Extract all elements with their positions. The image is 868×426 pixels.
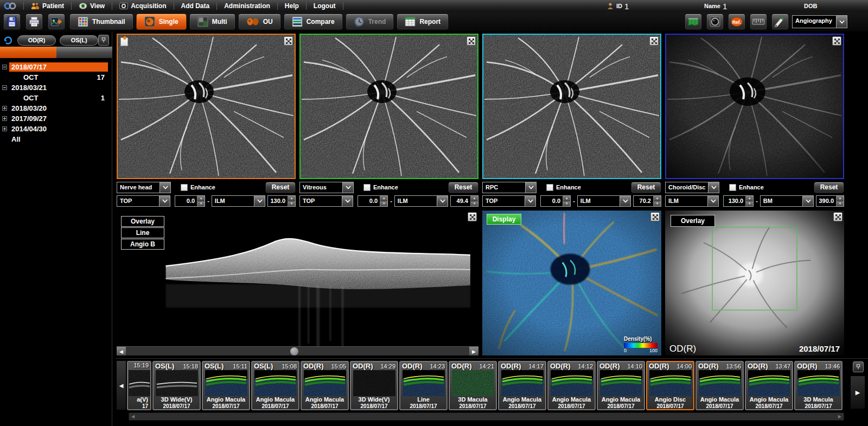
segment-select[interactable]: Vitreous xyxy=(299,182,354,193)
pin-button[interactable] xyxy=(853,361,864,372)
chevron-down-icon[interactable] xyxy=(437,196,448,206)
spin-up-icon[interactable]: ▲ xyxy=(837,196,844,201)
spin-up-icon[interactable]: ▲ xyxy=(288,196,295,201)
save-button[interactable] xyxy=(3,14,21,30)
chevron-down-icon[interactable] xyxy=(836,16,847,28)
view-button-ou[interactable]: OU xyxy=(238,14,281,30)
view-button-single[interactable]: Single xyxy=(136,14,187,30)
from-layer-select[interactable]: TOP xyxy=(117,195,170,207)
chevron-down-icon[interactable] xyxy=(525,196,535,206)
to-offset-stepper[interactable]: 390.0 ▲▼ xyxy=(816,195,844,207)
filmstrip-thumbnail[interactable]: OD(R) 14:17 Angio Macula 2018/07/17 xyxy=(498,361,546,410)
spin-down-icon[interactable]: ▼ xyxy=(563,201,570,206)
filmstrip-thumbnail[interactable]: OS(L) 15:18 3D Wide(V) 2018/07/17 xyxy=(152,361,201,410)
tab-date[interactable] xyxy=(0,47,56,58)
expand-icon[interactable] xyxy=(649,36,659,46)
tree-row[interactable]: OCT 1 xyxy=(0,93,112,103)
spin-up-icon[interactable]: ▲ xyxy=(380,196,387,201)
expand-icon[interactable] xyxy=(650,212,660,221)
reset-button[interactable]: Reset xyxy=(265,182,296,193)
spin-up-icon[interactable]: ▲ xyxy=(471,196,478,201)
od-right-eye-button[interactable]: OD(R) xyxy=(17,35,56,46)
chevron-down-icon[interactable] xyxy=(707,196,718,206)
reset-button[interactable]: Reset xyxy=(814,182,844,193)
chevron-down-icon[interactable] xyxy=(159,196,170,206)
tree-row[interactable]: OCT 17 xyxy=(0,72,112,82)
bscan-scrollbar[interactable]: ◀ ▶ xyxy=(117,346,478,355)
tree-row[interactable]: All xyxy=(0,134,112,144)
to-layer-select[interactable]: ILM xyxy=(577,195,631,207)
os-left-eye-button[interactable]: OS(L) xyxy=(60,35,98,46)
filmstrip-thumbnail[interactable]: 15:19 a(V) 17 xyxy=(127,361,151,410)
spin-up-icon[interactable]: ▲ xyxy=(654,196,661,201)
menu-item-patient[interactable]: Patient xyxy=(29,2,66,10)
menu-item-view[interactable]: View xyxy=(76,2,107,10)
menu-item-help[interactable]: Help xyxy=(283,2,301,10)
print-button[interactable] xyxy=(25,14,43,30)
density-map-image[interactable] xyxy=(482,211,661,355)
expand-icon[interactable] xyxy=(833,212,843,221)
filmstrip-prev-button[interactable]: ◀ xyxy=(117,361,126,410)
tree-row[interactable]: 2017/09/27 xyxy=(0,113,112,124)
enhance-checkbox[interactable] xyxy=(546,184,553,191)
filmstrip-thumbnail[interactable]: OD(R) 13:56 Angio Macula 2018/07/17 xyxy=(695,361,744,410)
from-offset-stepper[interactable]: 0.0 ▲▼ xyxy=(540,195,571,207)
angio-b-button[interactable]: Angio B xyxy=(121,239,164,250)
ruler-button[interactable] xyxy=(750,14,767,30)
spin-up-icon[interactable]: ▲ xyxy=(746,196,753,201)
filmstrip-thumbnail[interactable]: OD(R) 14:21 3D Macula 2018/07/17 xyxy=(449,361,497,410)
scroll-left-icon[interactable]: ◀ xyxy=(117,347,126,355)
chevron-down-icon[interactable] xyxy=(802,196,813,206)
filmstrip-thumbnail[interactable]: OD(R) 13:46 3D Macula 2018/07/17 xyxy=(794,361,843,410)
tree-expand-icon[interactable] xyxy=(2,116,7,121)
mode-select[interactable]: Angiography xyxy=(792,15,847,28)
tree-row[interactable]: 2014/04/30 xyxy=(0,124,112,134)
overlay-button[interactable]: Overlay xyxy=(121,216,164,227)
to-offset-stepper[interactable]: 130.0 ▲▼ xyxy=(267,195,296,207)
view-button-compare[interactable]: Compare xyxy=(284,14,343,30)
to-layer-select[interactable]: BM xyxy=(760,195,814,207)
angio-image-frame[interactable] xyxy=(299,34,478,179)
filmstrip-thumbnail[interactable]: OD(R) 14:10 Angio Macula 2018/07/17 xyxy=(597,361,645,410)
tree-row[interactable]: 2018/03/21 xyxy=(0,82,112,93)
from-layer-select[interactable]: ILM xyxy=(665,195,719,207)
tree-row[interactable]: 2018/03/20 xyxy=(0,103,112,113)
annotate-button[interactable] xyxy=(771,14,789,30)
tree-expand-icon[interactable] xyxy=(2,126,7,131)
tab-procedure[interactable] xyxy=(56,47,113,58)
view-button-report[interactable]: Report xyxy=(397,14,449,30)
spin-up-icon[interactable]: ▲ xyxy=(197,196,205,201)
from-layer-select[interactable]: TOP xyxy=(299,195,353,207)
scroll-right-icon[interactable]: ▶ xyxy=(838,414,841,419)
segment-select[interactable]: Choroid/Disc xyxy=(665,182,719,193)
angio-enface-image[interactable] xyxy=(118,35,295,178)
spin-down-icon[interactable]: ▼ xyxy=(471,201,478,206)
tree-row[interactable]: 2018/07/17 xyxy=(0,62,112,72)
filmstrip-thumbnail[interactable]: OD(R) 15:05 Angio Macula 2018/07/17 xyxy=(301,361,349,410)
angio-enface-image[interactable] xyxy=(483,35,660,178)
export-button[interactable] xyxy=(48,14,65,30)
chevron-down-icon[interactable] xyxy=(159,182,170,193)
expand-icon[interactable] xyxy=(284,36,293,46)
spin-down-icon[interactable]: ▼ xyxy=(654,201,661,206)
enhance-checkbox[interactable] xyxy=(729,184,736,191)
spin-down-icon[interactable]: ▼ xyxy=(746,201,753,206)
segment-select[interactable]: Nerve head xyxy=(117,182,171,193)
menu-item-add-data[interactable]: Add Data xyxy=(179,2,212,10)
to-layer-select[interactable]: ILM xyxy=(394,195,448,207)
reset-button[interactable]: Reset xyxy=(448,182,478,193)
filmstrip-scrollbar[interactable]: ◀▶ xyxy=(129,412,844,421)
pin-button[interactable] xyxy=(98,35,109,46)
overlay-button[interactable]: Overlay xyxy=(671,215,715,227)
spin-down-icon[interactable]: ▼ xyxy=(837,201,844,206)
chevron-down-icon[interactable] xyxy=(620,196,630,206)
enhance-checkbox[interactable] xyxy=(181,184,188,191)
chevron-down-icon[interactable] xyxy=(525,182,536,193)
ref-button[interactable]: Ref. xyxy=(728,14,745,30)
segment-select[interactable]: RPC xyxy=(482,182,537,193)
to-offset-stepper[interactable]: 49.4 ▲▼ xyxy=(450,195,478,207)
filmstrip-thumbnail[interactable]: OS(L) 15:08 Angio Macula 2018/07/17 xyxy=(251,361,299,410)
angio-image-frame[interactable] xyxy=(665,34,844,179)
angio-image-frame[interactable] xyxy=(117,34,296,179)
reset-button[interactable]: Reset xyxy=(631,182,661,193)
